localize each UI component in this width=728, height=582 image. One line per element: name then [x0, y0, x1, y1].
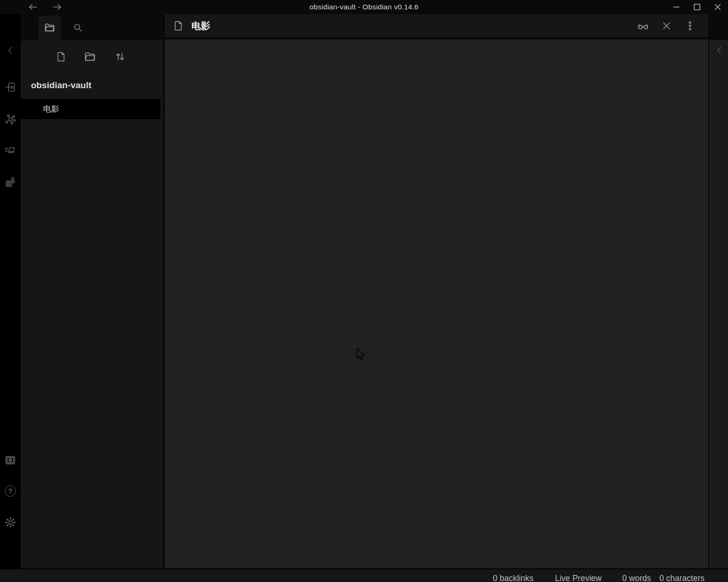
graph-view-button[interactable]	[4, 113, 16, 125]
right-sidebar-strip	[708, 14, 728, 568]
maximize-button[interactable]	[687, 0, 707, 14]
command-palette-button[interactable]	[4, 144, 16, 156]
sort-order-button[interactable]	[110, 46, 130, 67]
kebab-dots-icon	[684, 20, 696, 31]
tab-file-explorer[interactable]	[38, 15, 61, 40]
go-to-file-icon	[4, 81, 16, 93]
file-explorer-actions	[21, 46, 163, 67]
reading-view-button[interactable]	[637, 19, 650, 32]
statusbar: 0 backlinks Live Preview 0 words 0 chara…	[0, 568, 728, 582]
graph-icon	[4, 113, 16, 125]
vault-icon	[4, 454, 16, 466]
new-folder-icon	[83, 50, 97, 63]
expand-right-sidebar-button[interactable]	[713, 44, 725, 56]
note-title: 电影	[191, 20, 210, 32]
vault-title[interactable]: obsidian-vault	[31, 80, 159, 91]
file-item-label: 电影	[43, 104, 59, 114]
left-ribbon: ?	[0, 14, 21, 568]
open-vault-button[interactable]	[4, 454, 16, 466]
left-sidebar: obsidian-vault 电影	[21, 14, 163, 568]
quick-switcher-button[interactable]	[4, 81, 16, 93]
new-file-icon	[55, 51, 67, 63]
help-button[interactable]: ?	[4, 485, 16, 497]
glasses-icon	[637, 19, 650, 32]
maximize-icon	[692, 2, 702, 12]
view-header-actions	[637, 19, 708, 32]
mouse-cursor-icon	[356, 348, 367, 362]
random-note-button[interactable]	[4, 176, 16, 188]
minimize-button[interactable]	[666, 0, 687, 14]
gear-icon	[4, 516, 16, 529]
folder-icon	[44, 22, 56, 34]
chevron-left-icon	[5, 45, 16, 56]
collapse-left-sidebar-button[interactable]	[4, 44, 16, 56]
titlebar: obsidian-vault - Obsidian v0.14.6	[0, 0, 728, 14]
editor-pane: 电影	[163, 14, 708, 568]
minimize-icon	[672, 2, 681, 12]
question-circle-icon: ?	[5, 485, 16, 497]
backlinks-count[interactable]: 0 backlinks	[493, 573, 534, 582]
new-folder-button[interactable]	[80, 46, 100, 67]
sort-arrows-icon	[114, 50, 127, 63]
file-item-selected[interactable]: 电影	[21, 99, 160, 119]
more-options-button[interactable]	[683, 19, 697, 32]
document-icon	[172, 20, 184, 32]
window-title: obsidian-vault - Obsidian v0.14.6	[0, 0, 728, 14]
close-icon	[713, 2, 722, 12]
view-header: 电影	[165, 14, 708, 39]
editor-content[interactable]	[165, 41, 708, 568]
x-icon	[661, 20, 672, 31]
file-explorer-pane: obsidian-vault 电影	[21, 40, 163, 568]
tab-search[interactable]	[68, 15, 88, 40]
close-button[interactable]	[707, 0, 728, 14]
close-pane-button[interactable]	[660, 19, 673, 32]
new-note-button[interactable]	[51, 46, 71, 67]
window-controls	[666, 0, 728, 14]
settings-button[interactable]	[4, 516, 16, 529]
editor-mode-status[interactable]: Live Preview	[555, 573, 601, 582]
character-count: 0 characters	[660, 573, 705, 582]
obsidian-window: obsidian-vault - Obsidian v0.14.6	[0, 0, 728, 582]
chevron-left-icon	[713, 45, 725, 56]
grid-dice-icon	[4, 176, 16, 188]
sidebar-tab-bar	[21, 14, 163, 40]
search-icon	[72, 22, 83, 33]
sliding-cards-icon	[4, 144, 16, 156]
right-sidebar-header	[709, 14, 728, 40]
word-count: 0 words	[622, 573, 651, 582]
